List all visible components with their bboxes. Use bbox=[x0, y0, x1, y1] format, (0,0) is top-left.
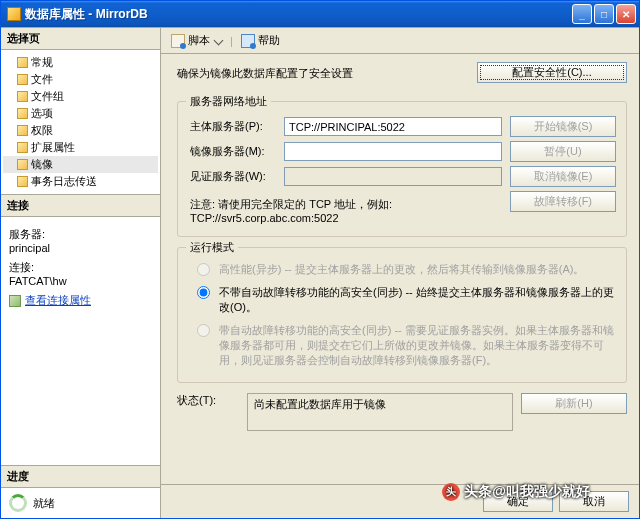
select-page-header: 选择页 bbox=[1, 28, 160, 50]
progress-status: 就绪 bbox=[33, 496, 55, 511]
mirror-input[interactable] bbox=[284, 142, 502, 161]
watermark: 头头条@叫我强少就好 bbox=[442, 483, 590, 501]
window-title: 数据库属性 - MirrorDB bbox=[25, 6, 572, 23]
server-label: 服务器: bbox=[9, 227, 152, 242]
status-value: 尚未配置此数据库用于镜像 bbox=[247, 393, 513, 431]
page-files[interactable]: 文件 bbox=[3, 71, 158, 88]
pause-button: 暂停(U) bbox=[510, 141, 616, 162]
content-area: 配置安全性(C)... 确保为镜像此数据库配置了安全设置 服务器网络地址 主体服… bbox=[161, 54, 639, 484]
connection-label: 连接: bbox=[9, 260, 152, 275]
refresh-button: 刷新(H) bbox=[521, 393, 627, 414]
minimize-button[interactable]: _ bbox=[572, 4, 592, 24]
mode-high-safety-no-failover[interactable]: 不带自动故障转移功能的高安全(同步) -- 始终提交主体服务器和镜像服务器上的更… bbox=[190, 281, 616, 319]
help-button[interactable]: 帮助 bbox=[237, 31, 284, 50]
maximize-button[interactable]: □ bbox=[594, 4, 614, 24]
operating-mode-group: 运行模式 高性能(异步) -- 提交主体服务器上的更改，然后将其传输到镜像服务器… bbox=[177, 247, 627, 383]
mode-high-performance: 高性能(异步) -- 提交主体服务器上的更改，然后将其传输到镜像服务器(A)。 bbox=[190, 258, 616, 281]
watermark-icon: 头 bbox=[442, 483, 460, 501]
network-address-group: 服务器网络地址 主体服务器(P): 开始镜像(S) 镜像服务器(M): 暂停(U… bbox=[177, 101, 627, 237]
toolbar: 脚本 | 帮助 bbox=[161, 28, 639, 54]
help-icon bbox=[241, 34, 255, 48]
principal-label: 主体服务器(P): bbox=[190, 119, 276, 134]
page-ext-props[interactable]: 扩展属性 bbox=[3, 139, 158, 156]
dialog-window: 数据库属性 - MirrorDB _ □ ✕ 选择页 常规 文件 文件组 选项 … bbox=[0, 0, 640, 519]
principal-input[interactable] bbox=[284, 117, 502, 136]
close-button[interactable]: ✕ bbox=[616, 4, 636, 24]
server-value: principal bbox=[9, 242, 152, 254]
witness-input bbox=[284, 167, 502, 186]
page-options[interactable]: 选项 bbox=[3, 105, 158, 122]
page-tree: 常规 文件 文件组 选项 权限 扩展属性 镜像 事务日志传送 bbox=[1, 50, 160, 194]
view-connection-link[interactable]: 查看连接属性 bbox=[9, 293, 91, 308]
configure-security-button[interactable]: 配置安全性(C)... bbox=[477, 62, 627, 83]
page-permissions[interactable]: 权限 bbox=[3, 122, 158, 139]
remove-mirroring-button: 取消镜像(E) bbox=[510, 166, 616, 187]
chevron-down-icon bbox=[214, 36, 224, 46]
operating-mode-legend: 运行模式 bbox=[186, 240, 238, 255]
page-general[interactable]: 常规 bbox=[3, 54, 158, 71]
network-address-legend: 服务器网络地址 bbox=[186, 94, 271, 109]
sidebar: 选择页 常规 文件 文件组 选项 权限 扩展属性 镜像 事务日志传送 连接 服务… bbox=[1, 28, 161, 518]
progress-header: 进度 bbox=[1, 466, 160, 488]
failover-button: 故障转移(F) bbox=[510, 191, 616, 212]
script-icon bbox=[171, 34, 185, 48]
start-mirroring-button: 开始镜像(S) bbox=[510, 116, 616, 137]
page-log-shipping[interactable]: 事务日志传送 bbox=[3, 173, 158, 190]
page-mirroring[interactable]: 镜像 bbox=[3, 156, 158, 173]
app-icon bbox=[7, 7, 21, 21]
script-button[interactable]: 脚本 bbox=[167, 31, 226, 50]
page-filegroups[interactable]: 文件组 bbox=[3, 88, 158, 105]
connection-icon bbox=[9, 295, 21, 307]
witness-label: 见证服务器(W): bbox=[190, 169, 276, 184]
status-label: 状态(T): bbox=[177, 393, 239, 408]
mirror-label: 镜像服务器(M): bbox=[190, 144, 276, 159]
progress-ring-icon bbox=[9, 494, 27, 512]
address-note: 注意: 请使用完全限定的 TCP 地址，例如: TCP://svr5.corp.… bbox=[190, 197, 502, 224]
connection-value: FATCAT\hw bbox=[9, 275, 152, 287]
connection-header: 连接 bbox=[1, 195, 160, 217]
titlebar[interactable]: 数据库属性 - MirrorDB _ □ ✕ bbox=[1, 1, 639, 27]
mode-high-safety-auto-failover: 带自动故障转移功能的高安全(同步) -- 需要见证服务器实例。如果主体服务器和镜… bbox=[190, 319, 616, 372]
